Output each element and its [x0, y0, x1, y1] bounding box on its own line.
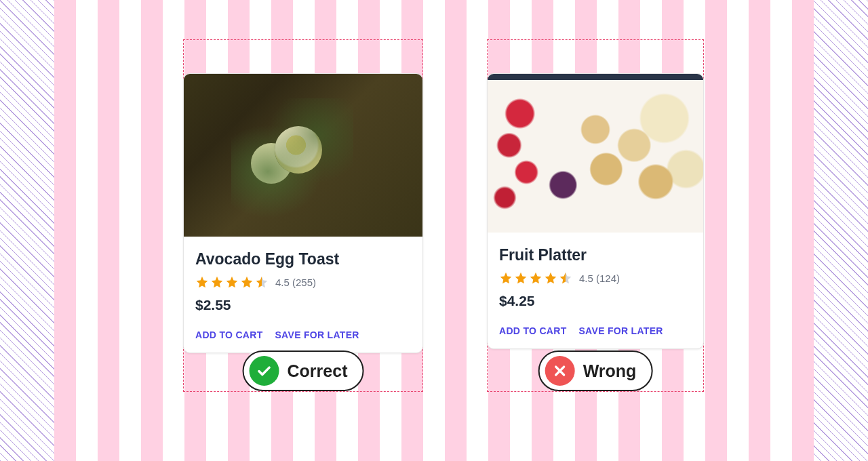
rating-row: 4.5 (255) — [195, 275, 411, 289]
correct-badge: Correct — [243, 350, 364, 391]
card-wrapper-correct: Avocado Egg Toast 4.5 (255) $2.55 — [183, 39, 423, 353]
check-icon — [250, 356, 279, 386]
star-half-icon — [559, 271, 572, 285]
product-image — [184, 74, 422, 237]
add-to-cart-button[interactable]: ADD TO CART — [195, 329, 262, 340]
product-title: Avocado Egg Toast — [195, 250, 411, 268]
product-title: Fruit Platter — [499, 246, 692, 264]
card-wrapper-wrong: Fruit Platter 4.5 (124) $4.25 AD — [487, 39, 704, 353]
cards-row: Avocado Egg Toast 4.5 (255) $2.55 — [54, 0, 814, 353]
striped-container: Avocado Egg Toast 4.5 (255) $2.55 — [54, 0, 814, 461]
rating-value: 4.5 (124) — [579, 273, 620, 284]
card-actions: ADD TO CART SAVE FOR LATER — [499, 325, 692, 336]
star-half-icon — [255, 275, 269, 289]
card-body: Avocado Egg Toast 4.5 (255) $2.55 — [184, 237, 422, 353]
star-icon — [210, 275, 224, 289]
close-icon — [545, 356, 575, 386]
star-icon — [514, 271, 528, 285]
star-icon — [529, 271, 542, 285]
badge-label: Correct — [288, 361, 348, 381]
rating-row: 4.5 (124) — [499, 271, 692, 285]
add-to-cart-button[interactable]: ADD TO CART — [499, 325, 566, 336]
star-icon — [499, 271, 513, 285]
save-for-later-button[interactable]: SAVE FOR LATER — [578, 325, 663, 336]
product-price: $2.55 — [195, 297, 411, 313]
star-rating — [499, 271, 572, 285]
product-card: Avocado Egg Toast 4.5 (255) $2.55 — [183, 73, 423, 353]
star-rating — [195, 275, 269, 289]
badge-label: Wrong — [583, 361, 637, 381]
product-price: $4.25 — [499, 293, 692, 309]
save-for-later-button[interactable]: SAVE FOR LATER — [275, 329, 359, 340]
card-actions: ADD TO CART SAVE FOR LATER — [195, 329, 411, 340]
star-icon — [225, 275, 239, 289]
star-icon — [195, 275, 209, 289]
wrong-badge: Wrong — [538, 350, 653, 391]
rating-value: 4.5 (255) — [275, 277, 316, 288]
card-body: Fruit Platter 4.5 (124) $4.25 AD — [488, 233, 703, 348]
star-icon — [544, 271, 557, 285]
product-card: Fruit Platter 4.5 (124) $4.25 AD — [487, 73, 704, 349]
product-image — [488, 74, 703, 233]
star-icon — [240, 275, 254, 289]
